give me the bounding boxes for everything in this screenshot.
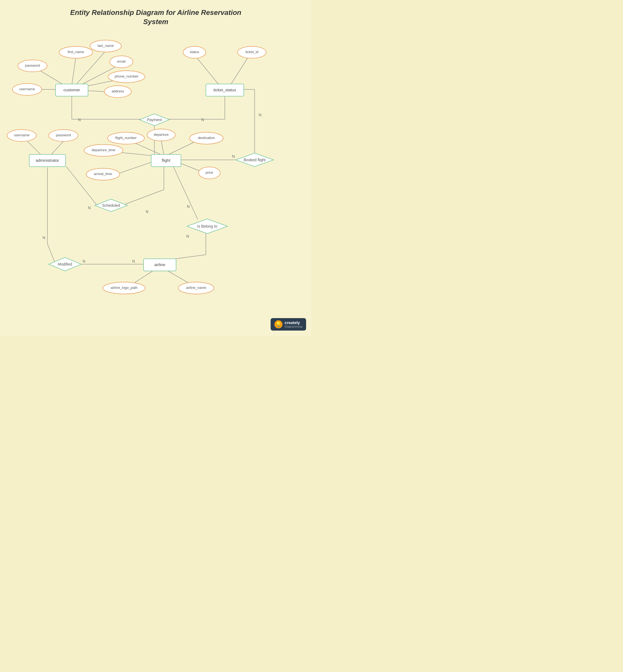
- svg-text:Booked flight: Booked flight: [244, 158, 266, 162]
- svg-text:status: status: [190, 50, 199, 54]
- erd-diagram: N N N N N N N N N N N customer ticket_st…: [0, 0, 312, 336]
- svg-point-59: [108, 71, 145, 83]
- svg-line-4: [80, 90, 114, 92]
- svg-line-20: [119, 152, 162, 156]
- svg-rect-50: [151, 154, 181, 167]
- svg-text:N: N: [259, 113, 261, 117]
- creately-bulb-icon: 💡: [274, 320, 283, 328]
- svg-point-57: [110, 56, 133, 68]
- svg-line-28: [121, 190, 164, 206]
- svg-text:airline_logo_path: airline_logo_path: [111, 286, 137, 290]
- svg-text:departure_time: departure_time: [92, 148, 115, 152]
- svg-rect-51: [29, 154, 65, 167]
- svg-point-79: [86, 168, 120, 180]
- svg-point-53: [59, 46, 93, 58]
- svg-line-1: [75, 51, 106, 85]
- svg-text:N: N: [187, 204, 189, 209]
- svg-line-12: [230, 56, 249, 85]
- svg-point-61: [104, 86, 131, 97]
- svg-text:flight_number: flight_number: [115, 136, 137, 140]
- svg-line-19: [168, 142, 195, 155]
- svg-text:username: username: [19, 87, 35, 91]
- svg-rect-48: [56, 84, 88, 96]
- creately-brand: creately: [285, 321, 302, 325]
- svg-point-71: [108, 132, 144, 144]
- svg-point-89: [178, 282, 214, 294]
- svg-point-67: [183, 46, 206, 58]
- svg-line-25: [50, 140, 65, 156]
- svg-text:price: price: [206, 170, 213, 175]
- svg-line-17: [129, 140, 162, 155]
- svg-point-75: [189, 132, 223, 144]
- svg-line-32: [129, 269, 156, 286]
- svg-text:ticket_id: ticket_id: [245, 50, 259, 54]
- svg-line-2: [80, 65, 119, 85]
- svg-text:password: password: [56, 133, 71, 137]
- entity-ticket-status: ticket_status: [213, 88, 236, 92]
- svg-line-0: [72, 57, 76, 85]
- svg-text:N: N: [132, 259, 135, 263]
- svg-line-21: [119, 158, 162, 173]
- svg-line-18: [161, 140, 164, 155]
- svg-rect-52: [144, 259, 176, 271]
- svg-line-35: [48, 244, 56, 264]
- svg-line-3: [81, 79, 123, 87]
- svg-point-69: [238, 46, 266, 58]
- entity-airline: airline: [154, 262, 165, 267]
- svg-point-63: [18, 60, 47, 72]
- svg-text:email: email: [117, 59, 125, 63]
- svg-line-31: [169, 255, 206, 260]
- svg-line-26: [66, 167, 97, 206]
- svg-text:phone_number: phone_number: [115, 74, 139, 78]
- svg-text:Payment: Payment: [147, 118, 162, 122]
- svg-text:username: username: [14, 133, 30, 137]
- svg-text:address: address: [112, 89, 124, 93]
- creately-sub: Diagramming: [285, 325, 302, 328]
- svg-text:departure: departure: [154, 133, 169, 137]
- svg-text:N: N: [83, 259, 85, 263]
- svg-text:N: N: [186, 234, 189, 238]
- svg-marker-99: [187, 219, 228, 234]
- svg-point-73: [147, 129, 175, 141]
- creately-logo[interactable]: 💡 creately Diagramming: [271, 318, 306, 330]
- svg-point-55: [90, 40, 121, 52]
- svg-line-24: [26, 140, 42, 156]
- svg-line-5: [35, 68, 68, 87]
- svg-text:last_name: last_name: [97, 43, 114, 48]
- svg-text:N: N: [201, 118, 204, 122]
- svg-text:N: N: [232, 154, 235, 158]
- svg-text:airline_name: airline_name: [186, 286, 206, 290]
- svg-marker-93: [236, 153, 274, 167]
- svg-text:Modified: Modified: [58, 262, 72, 266]
- svg-point-83: [7, 129, 36, 141]
- svg-text:password: password: [25, 63, 40, 67]
- svg-text:first_name: first_name: [68, 50, 84, 54]
- entity-customer: customer: [63, 88, 80, 92]
- svg-text:N: N: [42, 235, 45, 240]
- svg-line-22: [176, 161, 202, 172]
- svg-text:N: N: [88, 206, 91, 210]
- svg-marker-91: [140, 114, 169, 126]
- svg-marker-97: [49, 257, 81, 271]
- svg-point-65: [12, 84, 42, 95]
- svg-point-85: [49, 129, 78, 141]
- svg-text:N: N: [78, 118, 81, 122]
- svg-line-29: [173, 167, 198, 220]
- svg-text:destination: destination: [198, 136, 215, 140]
- svg-text:N: N: [146, 209, 148, 214]
- svg-marker-95: [95, 199, 127, 212]
- page: Entity Relationship Diagram for Airline …: [0, 0, 312, 336]
- svg-rect-49: [206, 84, 244, 96]
- svg-text:Scheduled: Scheduled: [102, 203, 120, 208]
- svg-point-77: [84, 144, 123, 156]
- entity-administrator: administrator: [36, 158, 59, 163]
- svg-line-11: [195, 56, 219, 85]
- svg-text:arrival_time: arrival_time: [94, 172, 112, 176]
- svg-text:Is Belong to: Is Belong to: [197, 224, 217, 228]
- svg-point-81: [199, 167, 220, 179]
- page-title: Entity Relationship Diagram for Airline …: [0, 0, 312, 29]
- svg-point-87: [103, 282, 145, 294]
- svg-line-33: [165, 269, 195, 286]
- entity-flight: flight: [162, 158, 171, 163]
